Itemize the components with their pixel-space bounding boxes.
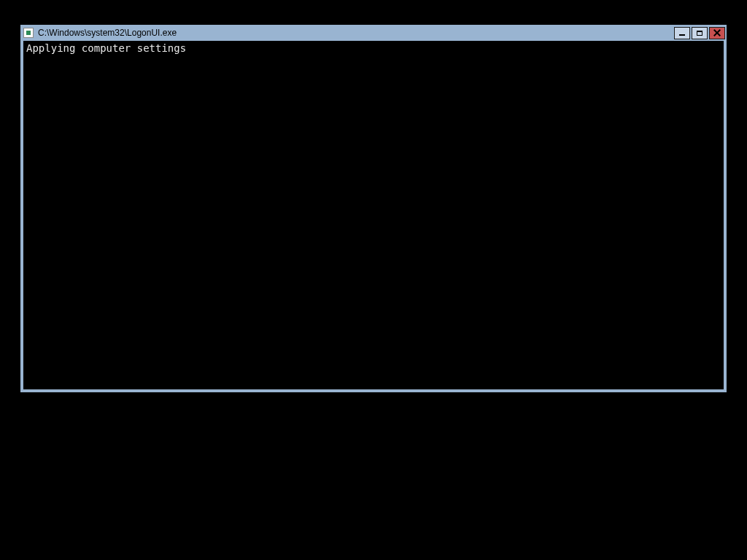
- app-icon: [23, 28, 34, 38]
- maximize-button[interactable]: [692, 27, 708, 39]
- titlebar[interactable]: C:\Windows\system32\LogonUI.exe: [20, 25, 727, 41]
- console-window: C:\Windows\system32\LogonUI.exe Applying…: [20, 24, 727, 393]
- minimize-button[interactable]: [674, 27, 690, 39]
- maximize-icon: [697, 31, 703, 36]
- console-line: Applying computer settings: [26, 42, 721, 54]
- close-icon: [713, 29, 721, 36]
- minimize-icon: [679, 34, 685, 36]
- window-title: C:\Windows\system32\LogonUI.exe: [38, 25, 674, 41]
- close-button[interactable]: [709, 27, 725, 39]
- console-output: Applying computer settings: [23, 41, 724, 389]
- window-controls: [674, 27, 725, 39]
